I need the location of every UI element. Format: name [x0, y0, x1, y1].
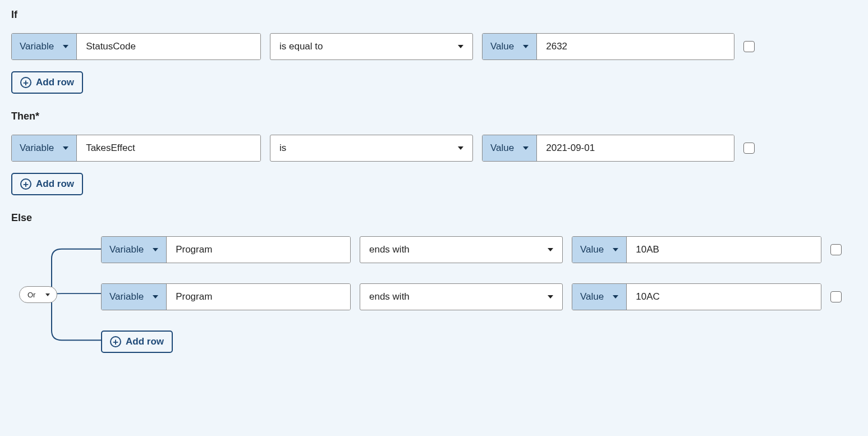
variable-group: Variable: [101, 236, 351, 263]
if-label: If: [11, 9, 857, 21]
condition-row: Variable is Value: [11, 135, 857, 162]
value-input[interactable]: [627, 237, 821, 263]
chevron-down-icon: [458, 45, 463, 48]
value-group: Value: [482, 33, 734, 60]
row-checkbox[interactable]: [743, 143, 755, 154]
chevron-down-icon: [523, 45, 529, 48]
plus-circle-icon: +: [110, 336, 121, 347]
variable-type-select[interactable]: Variable: [12, 135, 77, 161]
plus-circle-icon: +: [20, 178, 31, 190]
value-type-select[interactable]: Value: [483, 135, 537, 161]
add-row-label: Add row: [36, 77, 74, 88]
variable-group: Variable: [11, 135, 261, 162]
variable-prefix-label: Variable: [109, 291, 144, 302]
variable-name-input[interactable]: [167, 284, 350, 310]
variable-type-select[interactable]: Variable: [102, 237, 167, 263]
chevron-down-icon: [153, 248, 158, 251]
variable-prefix-label: Variable: [20, 143, 54, 154]
operator-value: is equal to: [279, 41, 323, 52]
if-section: If Variable is equal to Value + Add row: [11, 9, 857, 94]
operator-select[interactable]: is: [270, 135, 473, 162]
chevron-down-icon: [153, 295, 158, 299]
chevron-down-icon: [523, 146, 529, 150]
add-row-label: Add row: [36, 178, 74, 190]
value-type-select[interactable]: Value: [572, 284, 627, 310]
add-row-button[interactable]: + Add row: [101, 331, 173, 353]
chevron-down-icon: [548, 248, 553, 251]
condition-row: Variable ends with Value: [101, 283, 857, 310]
variable-type-select[interactable]: Variable: [102, 284, 167, 310]
value-group: Value: [572, 236, 821, 263]
row-checkbox[interactable]: [830, 244, 842, 255]
else-section: Else Or Variable: [11, 212, 857, 353]
variable-type-select[interactable]: Variable: [12, 34, 77, 59]
connector-column: Or: [11, 236, 101, 353]
nested-rows: Variable ends with Value: [101, 236, 857, 353]
logic-operator-select[interactable]: Or: [19, 286, 57, 303]
operator-select[interactable]: is equal to: [270, 33, 473, 60]
else-block: Or Variable ends with: [11, 236, 857, 353]
value-prefix-label: Value: [490, 143, 514, 154]
add-row-button[interactable]: + Add row: [11, 71, 83, 94]
row-checkbox[interactable]: [743, 41, 755, 52]
value-input[interactable]: [537, 135, 734, 161]
variable-name-input[interactable]: [167, 237, 350, 263]
chevron-down-icon: [63, 146, 68, 150]
variable-group: Variable: [101, 283, 351, 310]
value-input[interactable]: [627, 284, 821, 310]
add-row-button[interactable]: + Add row: [11, 173, 83, 195]
operator-select[interactable]: ends with: [360, 283, 563, 310]
condition-row: Variable is equal to Value: [11, 33, 857, 60]
logic-operator-label: Or: [27, 291, 35, 299]
value-type-select[interactable]: Value: [483, 34, 537, 59]
operator-select[interactable]: ends with: [360, 236, 563, 263]
then-label: Then*: [11, 111, 857, 122]
variable-name-input[interactable]: [77, 135, 260, 161]
variable-prefix-label: Variable: [109, 244, 144, 255]
value-group: Value: [572, 283, 821, 310]
add-row-label: Add row: [126, 336, 164, 347]
value-input[interactable]: [537, 34, 734, 59]
value-prefix-label: Value: [580, 244, 604, 255]
else-label: Else: [11, 212, 857, 224]
chevron-down-icon: [613, 248, 618, 251]
variable-name-input[interactable]: [77, 34, 260, 59]
value-type-select[interactable]: Value: [572, 237, 627, 263]
row-checkbox[interactable]: [830, 291, 842, 302]
plus-circle-icon: +: [20, 77, 31, 88]
then-section: Then* Variable is Value + Add row: [11, 111, 857, 195]
chevron-down-icon: [548, 295, 553, 299]
value-prefix-label: Value: [490, 41, 514, 52]
condition-row: Variable ends with Value: [101, 236, 857, 263]
value-group: Value: [482, 135, 734, 162]
chevron-down-icon: [63, 45, 68, 48]
operator-value: ends with: [369, 244, 410, 255]
chevron-down-icon: [45, 293, 50, 296]
operator-value: is: [279, 143, 286, 154]
operator-value: ends with: [369, 291, 410, 302]
value-prefix-label: Value: [580, 291, 604, 302]
variable-group: Variable: [11, 33, 261, 60]
chevron-down-icon: [458, 146, 463, 150]
chevron-down-icon: [613, 295, 618, 299]
variable-prefix-label: Variable: [20, 41, 54, 52]
